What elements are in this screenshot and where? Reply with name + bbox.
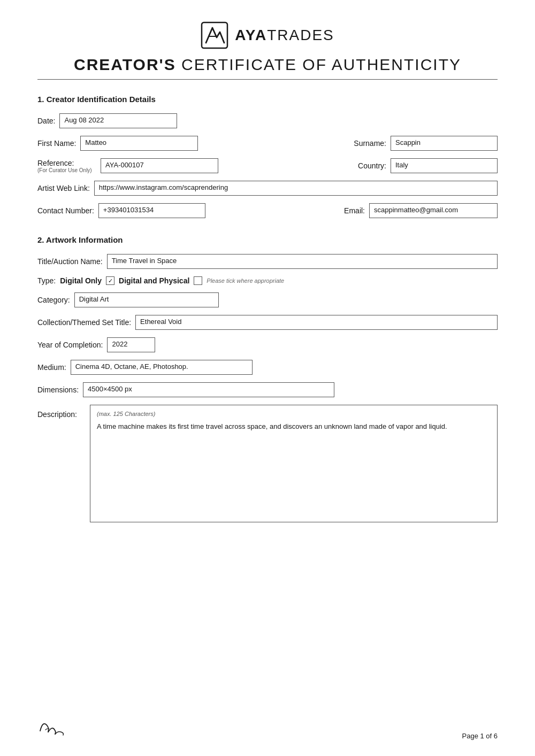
- logo-icon: [201, 21, 228, 49]
- header: AYATRADES CREATOR'S CERTIFICATE OF AUTHE…: [37, 21, 498, 74]
- dimensions-input[interactable]: 4500×4500 px: [83, 382, 334, 397]
- page-number: Page 1 of 6: [462, 732, 498, 740]
- collection-label: Collection/Themed Set Title:: [37, 318, 131, 327]
- artist-web-input[interactable]: https://www.instagram.com/scaprendering: [94, 181, 498, 196]
- contact-input[interactable]: +393401031534: [98, 203, 205, 218]
- type-digital-only-label: Digital Only: [60, 276, 102, 285]
- web-link-row: Artist Web Link: https://www.instagram.c…: [37, 181, 498, 196]
- doc-title: CREATOR'S CERTIFICATE OF AUTHENTICITY: [37, 56, 498, 74]
- collection-input[interactable]: Ethereal Void: [135, 315, 498, 330]
- description-box[interactable]: (max. 125 Characters) A time machine mak…: [90, 405, 498, 522]
- type-digital-only-checkbox[interactable]: ✓: [106, 276, 114, 285]
- page: AYATRADES CREATOR'S CERTIFICATE OF AUTHE…: [0, 0, 535, 756]
- date-row: Date: Aug 08 2022: [37, 113, 498, 128]
- category-row: Category: Digital Art: [37, 292, 498, 307]
- logo-area: AYATRADES: [37, 21, 498, 49]
- reference-label-group: Reference: (For Curator Use Only): [37, 159, 96, 173]
- category-label: Category:: [37, 296, 70, 304]
- page-footer: Page 1 of 6: [37, 715, 498, 740]
- title-label: Title/Auction Name:: [37, 257, 103, 266]
- description-row: Description: (max. 125 Characters) A tim…: [37, 405, 498, 522]
- year-label: Year of Completion:: [37, 341, 103, 349]
- svg-rect-0: [202, 22, 227, 48]
- date-label: Date:: [37, 117, 55, 125]
- type-digital-physical-checkbox[interactable]: [194, 276, 202, 285]
- year-row: Year of Completion: 2022: [37, 337, 498, 352]
- reference-label: Reference:: [37, 159, 96, 167]
- country-label: Country:: [358, 161, 386, 170]
- email-label: Email:: [344, 206, 365, 215]
- dimensions-row: Dimensions: 4500×4500 px: [37, 382, 498, 397]
- name-row: First Name: Matteo Surname: Scappin: [37, 136, 498, 151]
- type-label: Type:: [37, 276, 56, 285]
- description-label: Description:: [37, 410, 86, 419]
- section2: 2. Artwork Information Title/Auction Nam…: [37, 235, 498, 522]
- logo-text: AYATRADES: [235, 27, 334, 44]
- reference-sublabel: (For Curator Use Only): [37, 167, 96, 173]
- title-row: Title/Auction Name: Time Travel in Space: [37, 254, 498, 269]
- section1: 1. Creator Identification Details Date: …: [37, 95, 498, 218]
- medium-row: Medium: Cinema 4D, Octane, AE, Photoshop…: [37, 360, 498, 375]
- description-max-note: (max. 125 Characters): [97, 411, 491, 417]
- medium-input[interactable]: Cinema 4D, Octane, AE, Photoshop.: [71, 360, 253, 375]
- section2-heading: 2. Artwork Information: [37, 235, 498, 244]
- header-divider: [37, 79, 498, 80]
- surname-input[interactable]: Scappin: [391, 136, 498, 151]
- signature: [37, 715, 80, 740]
- contact-label: Contact Number:: [37, 206, 94, 215]
- reference-input[interactable]: AYA-000107: [101, 158, 218, 173]
- category-input[interactable]: Digital Art: [74, 292, 219, 307]
- section1-heading: 1. Creator Identification Details: [37, 95, 498, 104]
- date-input[interactable]: Aug 08 2022: [59, 113, 177, 128]
- medium-label: Medium:: [37, 363, 66, 372]
- year-input[interactable]: 2022: [107, 337, 155, 352]
- type-digital-physical-label: Digital and Physical: [119, 276, 189, 285]
- collection-row: Collection/Themed Set Title: Ethereal Vo…: [37, 315, 498, 330]
- title-input[interactable]: Time Travel in Space: [107, 254, 498, 269]
- artist-web-label: Artist Web Link:: [37, 184, 90, 192]
- description-text: A time machine makes its first time trav…: [97, 422, 447, 430]
- dimensions-label: Dimensions:: [37, 385, 79, 394]
- type-tick-note: Please tick where appropriate: [207, 277, 284, 284]
- surname-label: Surname:: [354, 139, 386, 148]
- first-name-label: First Name:: [37, 139, 76, 148]
- signature-svg: [37, 715, 80, 736]
- country-input[interactable]: Italy: [391, 158, 498, 173]
- email-input[interactable]: scappinmatteo@gmail.com: [369, 203, 498, 218]
- type-row: Type: Digital Only ✓ Digital and Physica…: [37, 276, 498, 285]
- first-name-input[interactable]: Matteo: [80, 136, 198, 151]
- reference-row: Reference: (For Curator Use Only) AYA-00…: [37, 158, 498, 173]
- contact-row: Contact Number: +393401031534 Email: sca…: [37, 203, 498, 218]
